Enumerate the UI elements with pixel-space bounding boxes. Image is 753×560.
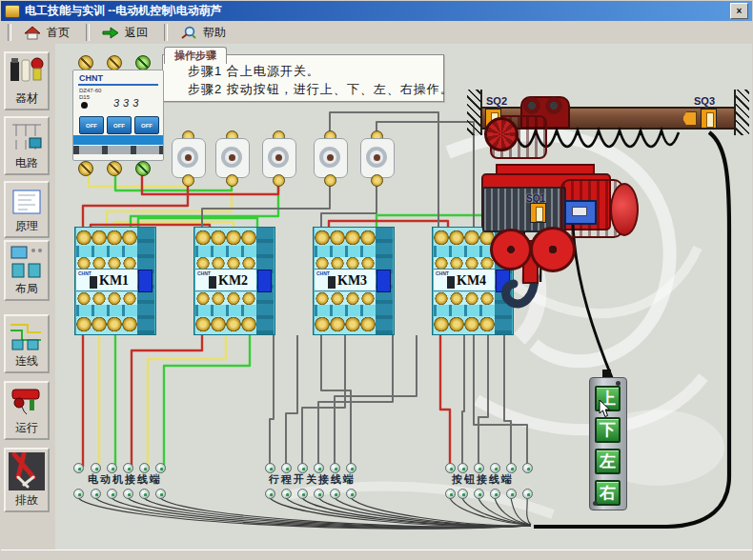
contactor-km1[interactable]: CHNT KM1 bbox=[74, 227, 156, 335]
breaker-switch-off[interactable]: OFF bbox=[134, 116, 159, 134]
breaker-terminal[interactable] bbox=[78, 161, 93, 176]
terminal[interactable] bbox=[73, 463, 84, 473]
contactor-label: KM3 bbox=[337, 273, 367, 289]
sidebar-item-principle[interactable]: 原理 bbox=[4, 181, 50, 238]
terminal[interactable] bbox=[490, 463, 500, 473]
contactor-terminal-row[interactable] bbox=[434, 292, 495, 305]
terminal[interactable] bbox=[314, 489, 324, 499]
pendant-button-left[interactable]: 左 bbox=[595, 449, 621, 474]
terminal[interactable] bbox=[155, 489, 166, 499]
fuse-terminal[interactable] bbox=[371, 174, 383, 187]
breaker-switch-off[interactable]: OFF bbox=[79, 116, 104, 134]
contactor-terminal-row[interactable] bbox=[76, 230, 137, 246]
fuse[interactable] bbox=[313, 130, 347, 184]
fuse-terminal[interactable] bbox=[226, 174, 238, 187]
breaker-dot bbox=[81, 102, 88, 109]
fuse-terminal[interactable] bbox=[273, 174, 285, 187]
contactor-terminal-row[interactable] bbox=[76, 316, 137, 332]
contactor-terminal-row[interactable] bbox=[195, 230, 256, 246]
help-button[interactable]: 帮助 bbox=[174, 23, 235, 43]
sidebar-item-run[interactable]: 运行 bbox=[4, 381, 50, 440]
terminal[interactable] bbox=[314, 463, 324, 473]
sidebar-item-circuit[interactable]: 电路 bbox=[4, 116, 50, 175]
terminal[interactable] bbox=[123, 463, 133, 473]
terminal[interactable] bbox=[474, 463, 484, 473]
contactor-strip bbox=[195, 246, 256, 257]
terminal[interactable] bbox=[297, 489, 308, 499]
terminal[interactable] bbox=[265, 463, 275, 473]
breaker-terminal[interactable] bbox=[78, 55, 93, 70]
terminal[interactable] bbox=[281, 463, 292, 473]
home-button[interactable]: 首页 bbox=[18, 23, 79, 43]
fuse[interactable] bbox=[214, 130, 249, 184]
terminal[interactable] bbox=[139, 489, 150, 499]
toolbar-separator bbox=[86, 24, 90, 41]
pendant-button-right[interactable]: 右 bbox=[595, 480, 621, 506]
sidebar-item-wiring[interactable]: 连线 bbox=[4, 314, 50, 373]
terminal[interactable] bbox=[73, 489, 84, 499]
contactor-terminal-row[interactable] bbox=[195, 316, 256, 332]
contactor-terminal-row[interactable] bbox=[315, 292, 376, 305]
window-title: 电工技能与实训 --电动机控制\电动葫芦 bbox=[25, 3, 222, 19]
terminal-group-label-limit: 行程开关接线端 bbox=[269, 472, 356, 487]
terminal[interactable] bbox=[346, 489, 356, 499]
contactor-terminal-row[interactable] bbox=[434, 316, 495, 332]
terminal[interactable] bbox=[265, 489, 275, 499]
back-button[interactable]: 返回 bbox=[96, 23, 157, 43]
limit-switch-sq3[interactable] bbox=[701, 109, 717, 129]
sidebar-item-layout[interactable]: 布局 bbox=[4, 240, 50, 301]
close-button[interactable]: × bbox=[730, 3, 748, 19]
terminal[interactable] bbox=[458, 489, 468, 499]
terminal[interactable] bbox=[155, 463, 166, 473]
sidebar-item-troubleshoot[interactable]: 排故 bbox=[4, 448, 50, 512]
terminal[interactable] bbox=[297, 463, 308, 473]
terminal[interactable] bbox=[490, 489, 500, 499]
breaker-terminal[interactable] bbox=[135, 55, 151, 70]
sidebar-item-equipment[interactable]: 器材 bbox=[4, 51, 50, 110]
contactor-terminal-row[interactable] bbox=[315, 316, 376, 332]
contactor-button[interactable] bbox=[257, 270, 272, 292]
terminal[interactable] bbox=[139, 463, 150, 473]
contactor-button[interactable] bbox=[376, 270, 391, 292]
terminal[interactable] bbox=[506, 463, 517, 473]
terminal[interactable] bbox=[506, 489, 517, 499]
terminal[interactable] bbox=[458, 463, 468, 473]
fuse-terminal[interactable] bbox=[182, 174, 194, 187]
hoist-cable-drum bbox=[482, 187, 566, 232]
terminal[interactable] bbox=[123, 489, 133, 499]
contactor-strip bbox=[76, 305, 137, 316]
terminal[interactable] bbox=[281, 489, 292, 499]
limit-switch-sq1[interactable] bbox=[530, 203, 546, 223]
terminal[interactable] bbox=[107, 489, 117, 499]
terminal[interactable] bbox=[522, 489, 533, 499]
breaker-pole-marks: 333 bbox=[113, 97, 142, 109]
contactor-terminal-row[interactable] bbox=[315, 230, 376, 246]
contactor-button[interactable] bbox=[496, 270, 510, 292]
terminal[interactable] bbox=[91, 489, 101, 499]
contactor-terminal-row[interactable] bbox=[76, 292, 137, 305]
run-icon bbox=[10, 386, 43, 418]
contactor-terminal-row[interactable] bbox=[195, 292, 256, 305]
contactor-button[interactable] bbox=[138, 270, 153, 292]
fuse[interactable] bbox=[359, 130, 394, 184]
breaker-terminal[interactable] bbox=[135, 161, 151, 176]
terminal[interactable] bbox=[522, 463, 533, 473]
terminal[interactable] bbox=[107, 463, 117, 473]
terminal[interactable] bbox=[474, 489, 484, 499]
contactor-km2[interactable]: CHNT KM2 bbox=[193, 227, 275, 335]
terminal[interactable] bbox=[445, 489, 456, 499]
breaker-switch-off[interactable]: OFF bbox=[107, 116, 132, 134]
circuit-breaker[interactable]: CHNT DZ47-60 D15 333 OFF OFF OFF bbox=[72, 53, 162, 175]
terminal[interactable] bbox=[445, 463, 456, 473]
breaker-terminal[interactable] bbox=[107, 55, 122, 70]
terminal[interactable] bbox=[330, 489, 340, 499]
breaker-terminal[interactable] bbox=[107, 161, 122, 176]
fuse[interactable] bbox=[261, 130, 295, 184]
terminal[interactable] bbox=[91, 463, 101, 473]
terminal[interactable] bbox=[346, 463, 356, 473]
fuse[interactable] bbox=[171, 130, 205, 184]
fuse-terminal[interactable] bbox=[324, 174, 336, 187]
contactor-km3[interactable]: CHNT KM3 bbox=[313, 227, 395, 335]
pendant-button-down[interactable]: 下 bbox=[595, 417, 621, 443]
terminal[interactable] bbox=[330, 463, 340, 473]
